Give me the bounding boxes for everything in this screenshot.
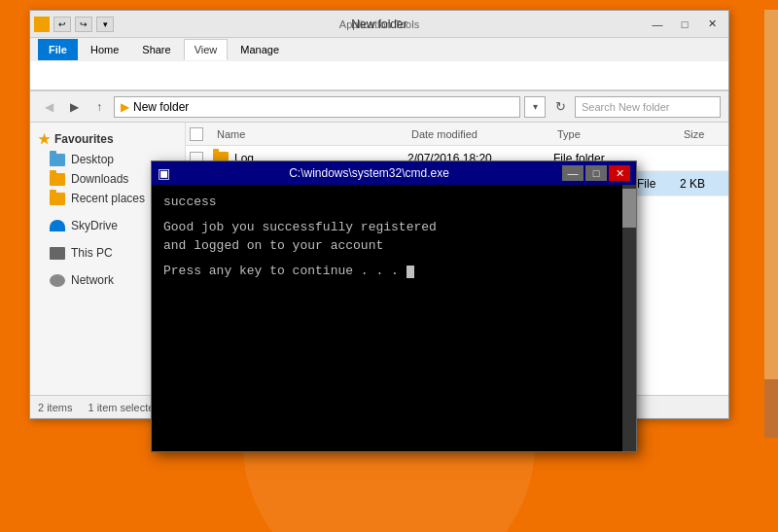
row2-size: 2 KB <box>680 177 728 191</box>
quick-access-btn-2[interactable]: ↪ <box>75 17 92 32</box>
recent-folder-icon <box>50 193 65 205</box>
screen-scrollbar-thumb[interactable] <box>764 379 778 438</box>
back-button[interactable]: ◀ <box>38 96 59 118</box>
tab-file[interactable]: File <box>38 39 78 60</box>
desktop-folder-icon <box>50 154 65 166</box>
cmd-controls-left: ▣ <box>158 165 176 181</box>
cmd-scrollbar[interactable] <box>622 185 636 451</box>
cmd-title-bar: ▣ C:\windows\system32\cmd.exe — □ ✕ <box>152 161 636 185</box>
title-controls: — □ ✕ <box>645 15 725 34</box>
cmd-window: ▣ C:\windows\system32\cmd.exe — □ ✕ succ… <box>151 160 637 452</box>
favourites-label: Favourites <box>54 132 114 146</box>
tab-home[interactable]: Home <box>80 39 129 60</box>
star-icon: ★ <box>38 131 51 147</box>
forward-button[interactable]: ▶ <box>63 96 85 118</box>
sidebar-network-label: Network <box>71 273 114 287</box>
minimize-button[interactable]: — <box>645 15 670 34</box>
cmd-line2: Good job you successfully registered <box>163 218 624 237</box>
cmd-scrollbar-thumb[interactable] <box>622 189 636 228</box>
skydrive-icon <box>50 220 65 231</box>
sidebar-downloads-label: Downloads <box>71 172 128 186</box>
refresh-button[interactable]: ↻ <box>549 96 571 118</box>
ribbon-content <box>30 61 728 90</box>
sidebar-thispc-label: This PC <box>71 246 113 260</box>
select-all-checkbox[interactable] <box>190 127 203 141</box>
ribbon-tabs: File Home Share View Manage <box>30 38 728 61</box>
cmd-body: success Good job you successfully regist… <box>152 185 636 451</box>
col-header-name[interactable]: Name <box>213 126 407 142</box>
search-placeholder: Search New folder <box>582 101 670 113</box>
quick-access-dropdown[interactable]: ▾ <box>96 17 114 32</box>
address-path: New folder <box>133 100 189 114</box>
cmd-line4-text: Press any key to continue . . . <box>163 264 407 278</box>
cmd-maximize-button[interactable]: □ <box>585 165 607 181</box>
downloads-folder-icon <box>50 173 65 186</box>
header-check[interactable] <box>190 127 213 141</box>
address-bar: ◀ ▶ ↑ ▶ New folder ▾ ↻ Search New folder <box>30 91 728 123</box>
sidebar-favourites-header[interactable]: ★ Favourites <box>30 128 185 150</box>
col-header-type[interactable]: Type <box>553 126 680 142</box>
explorer-title: New folder <box>351 18 407 31</box>
quick-access-btn-1[interactable]: ↩ <box>53 17 71 32</box>
cmd-line4: Press any key to continue . . . <box>163 262 624 281</box>
tab-share[interactable]: Share <box>131 39 181 60</box>
cmd-minimize-button[interactable]: — <box>562 165 584 181</box>
up-button[interactable]: ↑ <box>88 96 110 118</box>
ribbon: File Home Share View Manage <box>30 38 728 91</box>
items-count: 2 items <box>38 402 72 413</box>
explorer-title-bar: ↩ ↪ ▾ Application Tools New folder — □ ✕ <box>30 11 728 38</box>
sidebar-skydrive-label: SkyDrive <box>71 219 118 232</box>
cursor-blink <box>407 266 414 278</box>
col-header-date[interactable]: Date modified <box>407 126 553 142</box>
cmd-line-success: success Good job you successfully regist… <box>163 193 624 280</box>
cmd-close-button[interactable]: ✕ <box>609 165 630 181</box>
tab-view[interactable]: View <box>184 39 229 60</box>
sidebar-desktop-label: Desktop <box>71 153 114 166</box>
address-input[interactable]: ▶ New folder <box>114 96 520 118</box>
cmd-title: C:\windows\system32\cmd.exe <box>176 166 562 180</box>
tab-manage[interactable]: Manage <box>230 39 290 60</box>
close-button[interactable]: ✕ <box>699 15 725 34</box>
address-dropdown[interactable]: ▾ <box>524 96 546 118</box>
col-header-size[interactable]: Size <box>680 126 728 142</box>
network-icon <box>50 274 65 287</box>
sidebar-recent-label: Recent places <box>71 192 145 205</box>
cmd-line1: success <box>163 193 624 212</box>
maximize-button[interactable]: □ <box>672 15 697 34</box>
thispc-icon <box>50 247 65 260</box>
cmd-system-icon: ▣ <box>158 165 176 181</box>
cmd-line3: and logged on to your account <box>163 236 624 256</box>
selected-count: 1 item selected <box>88 402 159 413</box>
folder-title-icon <box>34 17 50 32</box>
cmd-controls-right: — □ ✕ <box>562 165 630 181</box>
search-box[interactable]: Search New folder <box>575 96 721 118</box>
screen-scrollbar[interactable] <box>764 10 778 399</box>
folder-breadcrumb-icon: ▶ <box>121 100 129 114</box>
file-list-header: Name Date modified Type Size <box>186 123 728 146</box>
title-bar-left: ↩ ↪ ▾ <box>34 17 114 32</box>
